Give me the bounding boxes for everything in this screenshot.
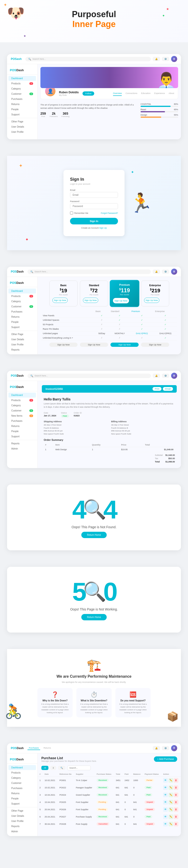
topbar-pricing-avatar[interactable]: R	[171, 269, 177, 275]
sidebar-purchase-support[interactable]: Support	[8, 801, 36, 806]
sidebar-pricing-userdetails[interactable]: User Details	[8, 337, 36, 342]
purchase-search-input[interactable]	[67, 766, 91, 770]
filter-all-btn[interactable]: All	[41, 766, 49, 770]
profile-tab-connections[interactable]: Connections	[125, 91, 137, 96]
topbar-order-search[interactable]: 🔍 Search here...	[28, 374, 151, 378]
sidebar-order-admin[interactable]: Admin	[8, 446, 36, 451]
error500-return-btn[interactable]: Return Home	[81, 614, 106, 620]
topbar-new-btn[interactable]: 🔔	[153, 57, 160, 61]
sidebar-item-user-profile[interactable]: User Profile	[8, 129, 36, 134]
sidebar-order-purchases[interactable]: Purchases	[8, 418, 36, 424]
profile-tab-overview[interactable]: Overview	[113, 91, 122, 96]
action-edit-btn[interactable]: ✏️	[168, 793, 173, 797]
sidebar-purchase-userprofile[interactable]: User Profile	[8, 819, 36, 824]
pricing-btn-premium[interactable]: Sign Up Now	[113, 298, 129, 303]
action-delete-btn[interactable]: 🗑	[174, 822, 178, 827]
pricing-premium-bottom-btn[interactable]: Sign Up Now	[111, 343, 139, 347]
pricing-basic-bottom-btn[interactable]: Sign Up Now	[49, 343, 77, 347]
sidebar-purchase-other[interactable]: Other Page	[8, 808, 36, 813]
sidebar-pricing-support[interactable]: Support	[8, 325, 36, 330]
topbar-order-gear[interactable]: ⚙️	[162, 374, 169, 378]
sidebar-item-category[interactable]: Category	[8, 86, 36, 91]
action-edit-btn[interactable]: ✏️	[168, 807, 173, 812]
sidebar-item-products[interactable]: Products3	[8, 81, 36, 86]
pricing-btn-enterprise[interactable]: Sign Up Now	[144, 298, 159, 303]
sidebar-item-support[interactable]: Support	[8, 112, 36, 117]
sidebar-purchase-dashboard[interactable]: Dashboard	[8, 765, 36, 770]
action-view-btn[interactable]: 👁	[163, 800, 168, 805]
action-edit-btn[interactable]: ✏️	[168, 814, 173, 819]
remember-checkbox[interactable]	[70, 212, 73, 215]
action-delete-btn[interactable]: 🗑	[174, 814, 178, 819]
profile-tab-experience[interactable]: Experience	[154, 91, 165, 96]
sidebar-order-category[interactable]: Category	[8, 403, 36, 408]
error404-return-btn[interactable]: Return Home	[81, 532, 106, 538]
action-view-btn[interactable]: 👁	[163, 807, 168, 812]
sidebar-item-customer[interactable]: Customer5	[8, 91, 36, 96]
signup-link[interactable]: Sign Up	[99, 227, 107, 229]
sidebar-order-new-items[interactable]: New Items2	[8, 413, 36, 418]
pricing-btn-standard[interactable]: Sign Up Now	[83, 298, 98, 303]
action-delete-btn[interactable]: 🗑	[174, 785, 178, 790]
profile-tab-education[interactable]: Education	[141, 91, 150, 96]
sidebar-item-returns[interactable]: Returns	[8, 102, 36, 107]
topbar-avatar[interactable]: R	[171, 56, 177, 62]
filter-search-btn[interactable]: 🔍	[58, 766, 65, 770]
sidebar-pricing-reports[interactable]: Reports	[8, 347, 36, 352]
sidebar-item-other-page[interactable]: Other Page	[8, 119, 36, 124]
purchase-add-btn[interactable]: + Add Purchase	[154, 756, 177, 762]
sidebar-pricing-userprofile[interactable]: User Profile	[8, 342, 36, 347]
topbar-export-btn[interactable]: ⚙️	[162, 57, 169, 61]
sidebar-pricing-purchases[interactable]: Purchases	[8, 309, 36, 314]
topbar-order-avatar[interactable]: R	[171, 373, 177, 379]
action-delete-btn[interactable]: 🗑	[174, 778, 178, 783]
sidebar-pricing-other[interactable]: Other Page	[8, 332, 36, 337]
action-edit-btn[interactable]: ✏️	[168, 778, 173, 783]
action-delete-btn[interactable]: 🗑	[174, 800, 178, 805]
action-delete-btn[interactable]: 🗑	[174, 807, 178, 812]
sidebar-purchase-admin[interactable]: Admin	[8, 829, 36, 834]
sidebar-order-returns[interactable]: Returns	[8, 424, 36, 429]
sidebar-purchase-products[interactable]: Products	[8, 770, 36, 775]
action-view-btn[interactable]: 👁	[163, 814, 168, 819]
sidebar-order-support[interactable]: Support	[8, 434, 36, 439]
sidebar-pricing-customer[interactable]: Customer5	[8, 304, 36, 309]
sidebar-item-dashboard[interactable]: Dashboard	[8, 76, 36, 81]
profile-tab-about[interactable]: About	[168, 91, 174, 96]
sidebar-purchase-purchases[interactable]: Purchases	[8, 786, 36, 791]
sidebar-purchase-returns[interactable]: Returns	[8, 791, 36, 796]
sidebar-pricing-category[interactable]: Category	[8, 299, 36, 304]
sidebar-order-dashboard[interactable]: Dashboard	[8, 393, 36, 398]
signin-submit-btn[interactable]: Sign In	[70, 218, 118, 224]
action-view-btn[interactable]: 👁	[163, 785, 168, 790]
sidebar-order-people[interactable]: People	[8, 429, 36, 434]
sidebar-purchase-category[interactable]: Category	[8, 775, 36, 780]
sidebar-pricing-dashboard[interactable]: Dashboard	[8, 288, 36, 293]
topbar-pricing-bell[interactable]: 🔔	[153, 270, 160, 274]
sidebar-pricing-people[interactable]: People	[8, 319, 36, 324]
topbar-purchase-gear[interactable]: ⚙️	[162, 746, 169, 750]
sidebar-purchase-reports[interactable]: Reports	[8, 824, 36, 829]
filter-3-btn[interactable]: 3	[50, 766, 56, 770]
order-print-btn[interactable]: Print	[153, 387, 162, 391]
action-edit-btn[interactable]: ✏️	[168, 785, 173, 790]
sidebar-pricing-products[interactable]: Products3	[8, 294, 36, 299]
sidebar-order-customer[interactable]: Customer5	[8, 408, 36, 413]
pricing-standard-bottom-btn[interactable]: Sign Up Now	[80, 343, 108, 347]
action-edit-btn[interactable]: ✏️	[168, 822, 173, 827]
action-view-btn[interactable]: 👁	[163, 822, 168, 827]
sidebar-item-people[interactable]: People	[8, 107, 36, 112]
forgot-password-link[interactable]: Forgot Password?	[101, 212, 118, 214]
topbar-pricing-search[interactable]: 🔍 Search here...	[28, 270, 151, 274]
remember-me-label[interactable]: Remember Me	[70, 212, 88, 215]
tab-purchase-active[interactable]: Purchases	[28, 746, 40, 750]
pricing-btn-basic[interactable]: Sign Up Now	[53, 298, 68, 303]
sidebar-item-user-details[interactable]: User Details	[8, 124, 36, 129]
action-edit-btn[interactable]: ✏️	[168, 800, 173, 805]
topbar-search-bar[interactable]: 🔍 Search here...	[25, 57, 151, 61]
sidebar-order-products[interactable]: Products3	[8, 398, 36, 403]
sidebar-purchase-people[interactable]: People	[8, 796, 36, 801]
topbar-purchase-avatar[interactable]: R	[171, 745, 177, 751]
sidebar-order-reports[interactable]: Reports	[8, 441, 36, 446]
sidebar-pricing-returns[interactable]: Returns	[8, 314, 36, 319]
